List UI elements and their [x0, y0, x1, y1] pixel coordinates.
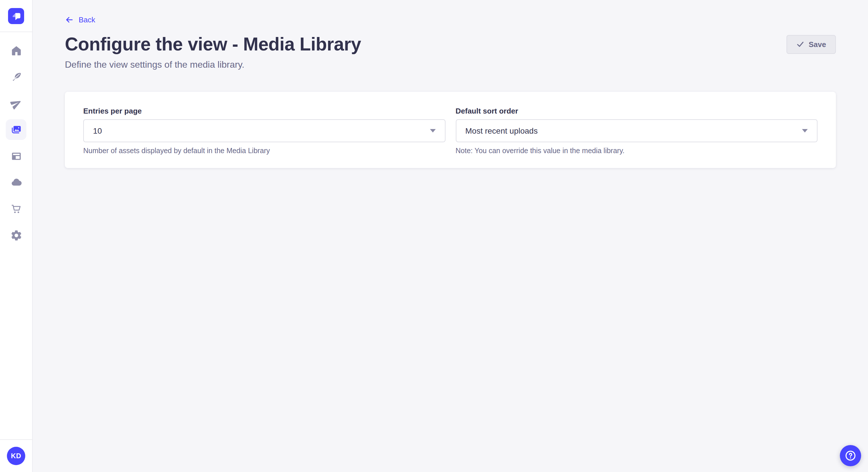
- save-button[interactable]: Save: [786, 35, 836, 54]
- question-circle-icon: [844, 450, 857, 462]
- main-content: Back Configure the view - Media Library …: [33, 0, 868, 472]
- app-root: KD Back Configure the view - Media Libra…: [0, 0, 868, 472]
- strapi-logo-icon: [10, 10, 22, 22]
- back-link[interactable]: Back: [65, 15, 95, 24]
- chevron-down-icon: [430, 129, 435, 133]
- layout-icon: [10, 150, 22, 162]
- default-sort-order-label: Default sort order: [456, 107, 817, 116]
- sidebar-footer: KD: [0, 439, 32, 472]
- avatar[interactable]: KD: [7, 447, 25, 465]
- strapi-logo[interactable]: [8, 8, 24, 24]
- sidebar-item-media-library[interactable]: [6, 119, 26, 140]
- cart-icon: [10, 203, 22, 215]
- sidebar-item-marketplace[interactable]: [6, 198, 26, 219]
- sidebar-item-deploy[interactable]: [6, 172, 26, 193]
- arrow-left-icon: [65, 15, 73, 24]
- gear-icon: [10, 229, 22, 241]
- feather-icon: [10, 71, 22, 83]
- home-icon: [10, 44, 22, 57]
- sidebar-item-content-manager[interactable]: [6, 67, 26, 87]
- chevron-down-icon: [802, 129, 808, 133]
- title-row: Configure the view - Media Library Save: [65, 33, 836, 56]
- default-sort-order-value: Most recent uploads: [465, 126, 538, 135]
- field-default-sort-order: Default sort order Most recent uploads N…: [456, 107, 817, 156]
- page-header: Back Configure the view - Media Library …: [33, 0, 868, 72]
- entries-per-page-value: 10: [93, 126, 102, 135]
- field-entries-per-page: Entries per page 10 Number of assets dis…: [83, 107, 445, 156]
- entries-per-page-select[interactable]: 10: [83, 119, 445, 142]
- sidebar-logo-section: [0, 0, 32, 32]
- default-sort-order-hint: Note: You can override this value in the…: [456, 146, 817, 156]
- media-library-icon: [10, 124, 22, 136]
- check-icon: [796, 40, 804, 48]
- send-icon: [10, 97, 22, 109]
- default-sort-order-select[interactable]: Most recent uploads: [456, 119, 817, 142]
- sidebar-item-home[interactable]: [6, 40, 26, 61]
- save-label: Save: [809, 40, 826, 48]
- sidebar-item-content-type-builder[interactable]: [6, 146, 26, 166]
- entries-per-page-hint: Number of assets displayed by default in…: [83, 146, 445, 156]
- sidebar: KD: [0, 0, 33, 472]
- back-label: Back: [79, 15, 95, 24]
- entries-per-page-label: Entries per page: [83, 107, 445, 116]
- page-title: Configure the view - Media Library: [65, 33, 361, 56]
- sidebar-item-releases[interactable]: [6, 93, 26, 113]
- sidebar-item-settings[interactable]: [6, 225, 26, 245]
- help-button[interactable]: [840, 445, 861, 466]
- page-subtitle: Define the view settings of the media li…: [65, 58, 836, 72]
- sidebar-nav: [0, 32, 32, 245]
- settings-card: Entries per page 10 Number of assets dis…: [65, 92, 836, 168]
- cloud-icon: [10, 176, 22, 189]
